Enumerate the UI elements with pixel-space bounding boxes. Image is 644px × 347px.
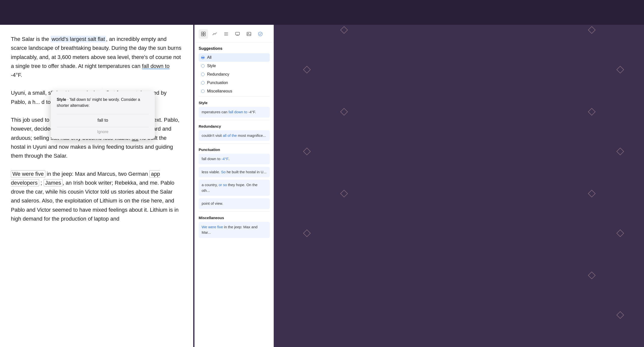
svg-point-10	[258, 32, 262, 36]
redundancy-card-text-after: most magnifice...	[237, 133, 266, 138]
radio-redundancy	[201, 73, 204, 76]
radio-all	[201, 56, 204, 59]
divider-3	[199, 143, 270, 144]
tooltip-category: Style	[57, 97, 66, 102]
punct-card1-highlight: -4°F	[222, 157, 228, 161]
filter-all[interactable]: All	[199, 53, 270, 62]
punctuation-card-1[interactable]: fall down to -4°F.	[199, 154, 270, 164]
diamond-decoration	[616, 229, 624, 237]
svg-rect-8	[247, 32, 251, 36]
svg-rect-7	[236, 32, 240, 35]
diamond-decoration	[588, 108, 596, 116]
text-before-highlight: The Salar is the	[11, 36, 50, 42]
svg-rect-2	[201, 34, 203, 36]
style-section: Style mperatures can fall down to -4°F.	[199, 98, 270, 118]
ellipsis-2c: ...	[36, 99, 40, 105]
sidebar-content: Suggestions All Style Redundancy Punctua…	[195, 42, 274, 245]
svg-rect-3	[204, 34, 205, 36]
radio-style	[201, 64, 204, 68]
radio-miscellaneous	[201, 90, 204, 93]
paragraph-4: We were five in the jeep: Max and Marcus…	[11, 170, 182, 224]
diamond-decoration	[303, 229, 310, 237]
top-band	[0, 0, 644, 25]
toolbar-comment-icon[interactable]	[233, 29, 242, 39]
tooltip-suggestion-button[interactable]: fall to	[57, 114, 149, 127]
filter-redundancy-label: Redundancy	[207, 72, 229, 77]
toolbar-check-icon[interactable]	[256, 29, 265, 39]
toolbar-trend-icon[interactable]	[210, 29, 220, 39]
text-p4b: ;	[39, 180, 44, 186]
filter-miscellaneous-label: Miscellaneous	[207, 89, 232, 93]
editor-panel: The Salar is the world's largest salt fl…	[0, 25, 193, 347]
filter-punctuation[interactable]: Punctuation	[199, 79, 270, 87]
punctuation-card-4[interactable]: point of view.	[199, 198, 270, 209]
miscellaneous-section-label: Miscellaneous	[199, 213, 270, 222]
style-card-text-before: mperatures can	[202, 110, 228, 114]
text-temp: -4°F.	[11, 72, 22, 78]
punct-card3-highlight: or so	[219, 183, 227, 187]
diamond-decoration	[303, 147, 310, 155]
redundancy-section-label: Redundancy	[199, 121, 270, 130]
misc-card1-highlight: We were five	[202, 225, 223, 229]
punctuation-section-label: Punctuation	[199, 145, 270, 154]
svg-rect-1	[204, 32, 205, 34]
toolbar-list-icon[interactable]	[222, 29, 231, 39]
miscellaneous-card-1[interactable]: We were five in the jeep: Max and Mar...	[199, 222, 270, 238]
filter-style-label: Style	[207, 64, 216, 68]
diamond-decoration	[588, 190, 596, 197]
diamond-decoration	[340, 26, 348, 34]
style-card-1[interactable]: mperatures can fall down to -4°F.	[199, 107, 270, 118]
redundancy-section: Redundancy couldn't visit all of the mos…	[199, 121, 270, 141]
redundancy-card-1[interactable]: couldn't visit all of the most magnifice…	[199, 130, 270, 141]
toolbar-image-icon[interactable]	[244, 29, 254, 39]
redundancy-card-text-before: couldn't visit	[202, 133, 223, 138]
style-card-text-after: -4°F.	[247, 110, 256, 114]
sidebar-toolbar	[195, 25, 274, 42]
tooltip-popup: Style · 'fall down to' might be wordy. C…	[51, 91, 155, 139]
sidebar-panel: Suggestions All Style Redundancy Punctua…	[194, 25, 274, 347]
box-we-were-five: We were five	[11, 170, 45, 177]
punct-card1-after: .	[228, 157, 230, 161]
diamond-decoration	[616, 147, 624, 155]
filter-redundancy[interactable]: Redundancy	[199, 70, 270, 79]
diamond-decoration	[616, 311, 624, 319]
diamond-decoration	[340, 108, 348, 116]
filter-list: All Style Redundancy Punctuation Miscell…	[199, 53, 270, 95]
tooltip-title: Style · 'fall down to' might be wordy. C…	[57, 97, 149, 109]
tooltip-ignore-button[interactable]: Ignore	[57, 127, 149, 136]
radio-punctuation	[201, 81, 204, 85]
punct-card1-before: fall down to	[202, 157, 222, 161]
punct-card2-before: less viable.	[202, 170, 221, 174]
diamond-decoration	[616, 66, 624, 73]
diamond-decoration	[588, 271, 596, 279]
diamond-decoration	[588, 26, 596, 34]
toolbar-grid-icon[interactable]	[199, 29, 208, 39]
punctuation-card-2[interactable]: less viable. So he built the hostal in U…	[199, 167, 270, 177]
svg-point-9	[248, 33, 249, 34]
filter-style[interactable]: Style	[199, 62, 270, 70]
style-card-highlight: fall down to	[228, 110, 247, 114]
punct-card2-after: he built the hostal in U...	[226, 170, 266, 174]
diamond-decoration	[303, 66, 310, 73]
punctuation-section: Punctuation fall down to -4°F. less viab…	[199, 145, 270, 209]
punct-card2-highlight: So	[221, 170, 226, 174]
filter-punctuation-label: Punctuation	[207, 81, 228, 85]
underline-fall-down-to[interactable]: fall down to	[142, 63, 170, 69]
redundancy-card-highlight: all of the	[223, 133, 237, 138]
svg-rect-0	[201, 32, 203, 34]
filter-all-label: All	[207, 55, 212, 60]
suggestions-header: Suggestions	[199, 42, 270, 53]
filter-miscellaneous[interactable]: Miscellaneous	[199, 87, 270, 95]
punct-card4-text: point of view.	[202, 201, 223, 205]
highlight-salt-flat: world's largest salt flat	[50, 36, 106, 42]
tooltip-arrow	[99, 88, 106, 92]
box-james: James	[44, 179, 63, 186]
miscellaneous-section: Miscellaneous We were five in the jeep: …	[199, 213, 270, 238]
tooltip-description: · 'fall down to' might be wordy. Conside…	[57, 97, 140, 108]
punctuation-card-3[interactable]: a country, or so they hope. On the oth..…	[199, 180, 270, 196]
divider-4	[199, 211, 270, 212]
text-p4a: in the jeep: Max and Marcus, two German	[45, 171, 150, 177]
divider-1	[199, 96, 270, 97]
diamond-decoration	[340, 190, 348, 197]
style-section-label: Style	[199, 98, 270, 107]
